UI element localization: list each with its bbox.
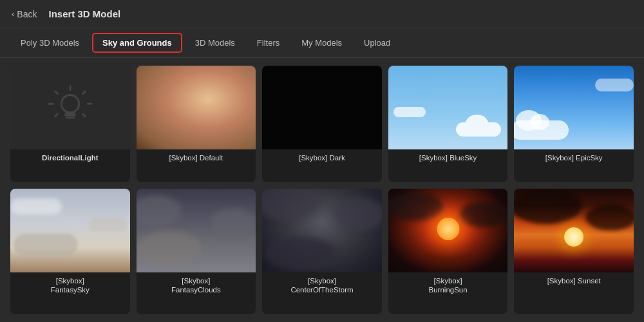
grid-item-label: [Skybox] Dark [262, 149, 382, 168]
thumb-skybox-burningsun [388, 189, 508, 272]
grid-item-label: [Skybox]CenterOfTheStorm [262, 272, 382, 301]
grid-item-label: [Skybox]FantasyClouds [137, 272, 256, 301]
svg-line-9 [55, 114, 57, 117]
grid-item-skybox-burningsun[interactable]: [Skybox]BurningSun [388, 189, 508, 314]
cloud-decoration [88, 218, 127, 231]
thumb-skybox-default [137, 66, 256, 149]
grid-item-skybox-fantasyclouds[interactable]: [Skybox]FantasyClouds [137, 189, 256, 314]
thumb-skybox-bluesky [388, 66, 508, 149]
cloud-decoration [14, 234, 78, 256]
tab-mymodels[interactable]: My Models [292, 34, 351, 52]
tab-bar: Poly 3D Models Sky and Grounds 3D Models… [0, 28, 644, 58]
grid-item-directional-light[interactable]: DirectionalLight [10, 66, 130, 182]
grid-item-label: [Skybox]FantasySky [10, 272, 130, 301]
cloud-decoration [334, 198, 382, 231]
directional-light-icon [48, 85, 93, 130]
asset-grid: DirectionalLight [Skybox] Default [Skybo… [0, 58, 644, 322]
cloud-decoration [211, 208, 256, 237]
grid-item-label: [Skybox] EpicSky [514, 149, 634, 168]
grid-item-label: DirectionalLight [10, 149, 130, 168]
thumb-skybox-fantasysky [10, 189, 130, 272]
tab-3dmodels[interactable]: 3D Models [186, 34, 244, 52]
cloud-decoration [595, 79, 634, 91]
grid-item-skybox-storm[interactable]: [Skybox]CenterOfTheStorm [262, 189, 382, 314]
cloud-decoration [585, 205, 634, 231]
back-button[interactable]: ‹ Back [12, 9, 37, 19]
tab-poly3d[interactable]: Poly 3D Models [12, 34, 88, 52]
cloud-decoration [10, 198, 62, 214]
cloud-decoration [456, 122, 501, 137]
cloud-decoration [137, 195, 182, 227]
cloud-decoration [514, 120, 569, 140]
svg-point-0 [61, 95, 79, 113]
tab-filters[interactable]: Filters [248, 34, 289, 52]
cloud-decoration [459, 202, 507, 227]
grid-item-skybox-dark[interactable]: [Skybox] Dark [262, 66, 382, 182]
cloud-decoration [137, 231, 201, 266]
svg-line-4 [82, 91, 85, 94]
back-chevron-icon: ‹ [12, 9, 14, 19]
header: ‹ Back Insert 3D Model [0, 0, 644, 28]
sun-decoration [564, 227, 583, 247]
sun-decoration [437, 218, 459, 240]
grid-item-label: [Skybox] BlueSky [388, 149, 508, 168]
cloud-decoration [388, 192, 443, 221]
grid-item-skybox-fantasysky[interactable]: [Skybox]FantasySky [10, 189, 130, 314]
grid-item-label: [Skybox] Default [137, 149, 256, 168]
thumb-skybox-dark [262, 66, 382, 149]
tab-skygrounds[interactable]: Sky and Grounds [92, 33, 182, 53]
page-title: Insert 3D Model [48, 8, 120, 19]
cloud-decoration [265, 237, 336, 269]
grid-item-label: [Skybox]BurningSun [388, 272, 508, 301]
svg-line-6 [82, 114, 85, 117]
grid-item-skybox-sunset[interactable]: [Skybox] Sunset [514, 189, 634, 314]
thumb-directional-light [10, 66, 130, 149]
cloud-decoration [262, 189, 320, 221]
thumb-skybox-storm [262, 189, 382, 272]
thumb-skybox-epicsky [514, 66, 634, 149]
grid-item-label: [Skybox] Sunset [514, 272, 634, 291]
svg-line-7 [55, 91, 57, 94]
grid-item-skybox-bluesky[interactable]: [Skybox] BlueSky [388, 66, 508, 182]
tab-upload[interactable]: Upload [355, 34, 399, 52]
thumb-skybox-sunset [514, 189, 634, 272]
grid-item-skybox-epicsky[interactable]: [Skybox] EpicSky [514, 66, 634, 182]
thumb-skybox-fantasyclouds [137, 189, 256, 272]
cloud-decoration [393, 107, 426, 117]
grid-item-skybox-default[interactable]: [Skybox] Default [137, 66, 256, 182]
cloud-decoration [514, 189, 582, 224]
back-label: Back [17, 9, 37, 19]
